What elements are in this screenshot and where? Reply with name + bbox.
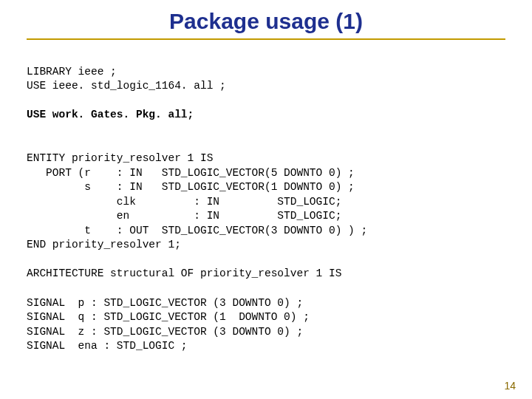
code-line: SIGNAL q : STD_LOGIC_VECTOR (1 DOWNTO 0)… — [27, 311, 310, 323]
code-line: ENTITY priority_resolver 1 IS — [27, 152, 213, 164]
code-line: en : IN STD_LOGIC; — [27, 210, 341, 222]
code-line: PORT (r : IN STD_LOGIC_VECTOR(5 DOWNTO 0… — [27, 167, 355, 179]
page-number: 14 — [504, 380, 516, 392]
code-line: SIGNAL ena : STD_LOGIC ; — [27, 340, 188, 352]
code-line: LIBRARY ieee ; — [27, 66, 117, 78]
code-line: t : OUT STD_LOGIC_VECTOR(3 DOWNTO 0) ) ; — [27, 225, 367, 236]
title-rule — [27, 38, 505, 40]
code-line: s : IN STD_LOGIC_VECTOR(1 DOWNTO 0) ; — [27, 181, 355, 193]
code-line: ARCHITECTURE structural OF priority_reso… — [27, 267, 341, 279]
code-line: SIGNAL z : STD_LOGIC_VECTOR (3 DOWNTO 0)… — [27, 326, 303, 338]
page-title: Package usage (1) — [27, 9, 505, 34]
code-line: SIGNAL p : STD_LOGIC_VECTOR (3 DOWNTO 0)… — [27, 297, 303, 309]
code-line: USE ieee. std_logic_1164. all ; — [27, 80, 226, 92]
code-line-bold: USE work. Gates. Pkg. all; — [27, 109, 194, 120]
code-block: LIBRARY ieee ; USE ieee. std_logic_1164.… — [27, 50, 505, 354]
code-line: END priority_resolver 1; — [27, 239, 181, 250]
code-line: clk : IN STD_LOGIC; — [27, 196, 341, 208]
